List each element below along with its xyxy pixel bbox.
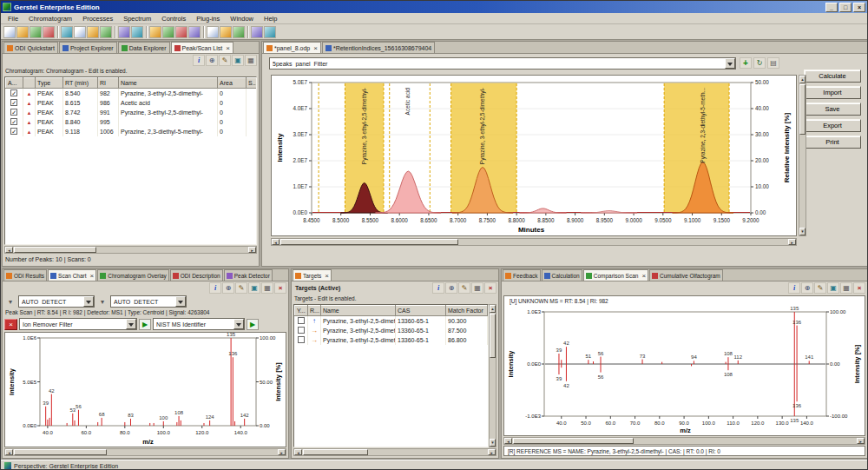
horizontal-scrollbar[interactable]: ◂▸ [4,448,286,456]
vertical-scrollbar[interactable]: ▴▾ [799,75,806,236]
dropdown-arrow-icon[interactable] [233,319,244,329]
horizontal-scrollbar[interactable]: ◂▸ [503,437,865,445]
menu-help[interactable]: Help [259,14,282,23]
info-icon[interactable]: i [209,282,221,294]
identifier-select[interactable]: NIST MS Identifier [153,318,245,330]
tab-panel-8-odp[interactable]: *panel_8.odp× [263,42,321,53]
info-icon[interactable]: i [788,282,800,294]
scroll-left-button[interactable]: ◂ [504,438,512,444]
zoom-in-icon[interactable] [207,26,219,38]
tab-targets[interactable]: Targets× [293,269,332,281]
cut-icon[interactable] [61,26,73,38]
tab-close-icon[interactable]: × [325,273,329,279]
menu-chromatogram[interactable]: Chromatogram [23,14,77,23]
table-row[interactable]: ✓▲PEAK9.1181006Pyrazine, 2,3-diethyl-5-m… [6,127,258,136]
run-identifier-button[interactable] [247,319,259,330]
table-row[interactable]: ✓▲PEAK8.8409950 [6,117,258,127]
table-row[interactable]: ↑Pyrazine, 3-ethyl-2,5-dimethyl-13360-65… [295,316,488,326]
tab-data-explorer[interactable]: Data Explorer [118,42,170,53]
detector2-select[interactable]: AUTO_DETECT [110,295,187,308]
apply-filter-button[interactable] [139,319,151,330]
dropdown-arrow-icon[interactable] [83,296,94,307]
menu-controls[interactable]: Controls [156,14,191,23]
grid-icon[interactable]: ▦ [245,55,257,66]
horizontal-scrollbar[interactable]: ◂▸ [293,448,496,456]
delete-icon[interactable] [100,26,112,38]
peak-list-icon[interactable] [175,26,187,38]
tab-calculation[interactable]: Calculation [542,269,582,281]
zoom-fit-icon[interactable] [233,26,245,38]
table-row[interactable]: ✓▲PEAK8.615986Acetic acid0 [6,98,258,108]
tab-retentionindices-15616308679404[interactable]: *RetentionIndices_15616308679404 [322,42,435,53]
table-row[interactable]: ✓▲PEAK8.540982Pyrazine, 3-ethyl-2,5-dime… [6,89,258,98]
vertical-scrollbar[interactable]: ▴▾ [489,304,496,447]
undo-icon[interactable] [118,26,130,38]
grid-icon[interactable]: ▦ [261,282,273,294]
redo-icon[interactable] [131,26,143,38]
dropdown-arrow-icon[interactable] [725,58,735,69]
edit-icon[interactable]: ✎ [814,282,826,294]
row-checkbox[interactable]: ✓ [10,109,17,116]
horizontal-scrollbar[interactable]: ◂▸ [271,238,797,246]
edit-icon[interactable]: ✎ [219,55,231,66]
tab-peak-scan-list[interactable]: Peak/Scan List× [171,42,233,53]
tab-feedback[interactable]: Feedback [503,269,541,281]
snapshot-icon[interactable]: ▣ [248,282,260,294]
tab-close-icon[interactable]: × [641,273,646,279]
scrollbar-thumb[interactable] [513,438,634,444]
mass-spectrum-chart[interactable]: 40.060.080.0100.0120.0140.00.0E05.0E51.0… [4,332,286,447]
info-icon[interactable]: i [432,282,444,294]
maximize-button[interactable]: □ [839,3,852,12]
scroll-right-button[interactable]: ▸ [278,449,286,455]
row-checkbox[interactable]: ✓ [10,128,17,135]
detector1-select[interactable]: AUTO_DETECT [18,295,95,308]
open-icon[interactable] [16,26,29,38]
print-button[interactable]: Print [804,136,861,149]
dropdown-arrow-icon[interactable] [175,296,186,307]
new-icon[interactable] [3,26,16,38]
add-icon[interactable]: + [740,57,752,69]
horizontal-scrollbar[interactable]: ◂▸ [4,246,257,254]
scroll-up-button[interactable]: ▴ [490,305,496,313]
filter-select[interactable]: Ion Remover Filter [19,318,137,330]
close-icon[interactable]: × [484,282,496,294]
tab-project-explorer[interactable]: Project Explorer [59,42,117,53]
zoom-icon[interactable]: ⊕ [206,55,218,66]
close-button[interactable]: × [853,3,865,12]
save-icon[interactable] [30,26,42,38]
tab-peak-detector[interactable]: Peak Detector [224,269,273,281]
close-icon[interactable]: × [274,282,286,294]
settings-icon[interactable]: ▤ [767,57,779,69]
tab-close-icon[interactable]: × [313,45,318,51]
snapshot-icon[interactable]: ▣ [232,55,244,66]
scroll-up-button[interactable]: ▴ [799,76,806,83]
scroll-left-button[interactable]: ◂ [294,449,302,455]
zoom-icon[interactable]: ⊕ [445,282,457,294]
comparison-chart[interactable]: 40.050.060.070.080.090.0100.0110.0120.01… [504,307,865,435]
zoom-out-icon[interactable] [220,26,232,38]
copy-icon[interactable] [74,26,86,38]
table-row[interactable]: ✓▲PEAK8.742991Pyrazine, 3-ethyl-2,5-dime… [6,108,258,117]
scroll-down-button[interactable]: ▾ [799,228,806,235]
scroll-left-button[interactable]: ◂ [5,449,13,455]
tab-cumulative-olfactogram[interactable]: Cumulative Olfactogram [649,269,723,281]
info-icon[interactable]: i [193,55,205,66]
panel-icon[interactable] [188,26,201,38]
save-all-icon[interactable] [43,26,55,38]
scroll-right-button[interactable]: ▸ [788,239,796,245]
row-checkbox[interactable]: ✓ [10,99,17,106]
edit-icon[interactable]: ✎ [458,282,470,294]
table-row[interactable]: →Pyrazine, 3-ethyl-2,5-dimethyl-13360-65… [295,335,488,345]
scrollbar-thumb[interactable] [14,247,96,253]
menu-plug-ins[interactable]: Plug-ins [191,14,225,23]
scroll-right-button[interactable]: ▸ [248,247,256,253]
scroll-down-button[interactable]: ▾ [490,439,496,447]
scroll-left-button[interactable]: ◂ [272,239,279,245]
paste-icon[interactable] [87,26,99,38]
chromatogram-icon[interactable] [149,26,161,38]
tab-close-icon[interactable]: × [226,45,230,51]
edit-icon[interactable]: ✎ [235,282,247,294]
calculate-button[interactable]: Calculate [804,70,861,83]
import-button[interactable]: Import [804,86,861,99]
scroll-right-button[interactable]: ▸ [488,449,496,455]
